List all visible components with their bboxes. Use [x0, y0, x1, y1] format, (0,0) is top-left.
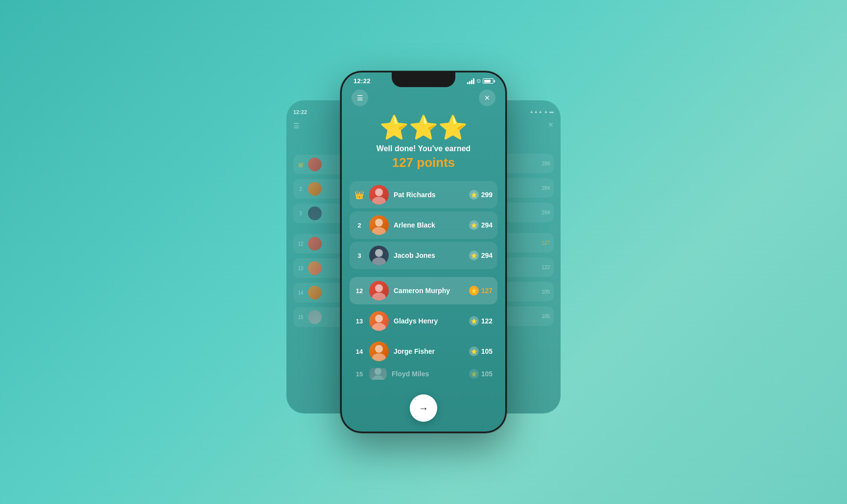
next-arrow-icon: →: [419, 403, 428, 414]
svg-point-12: [375, 368, 381, 375]
star-badge-15: ⭐: [469, 369, 479, 379]
svg-point-11: [372, 353, 386, 361]
rank-15: 15: [354, 370, 364, 378]
star-badge-3: ⭐: [469, 251, 479, 260]
score-num-1: 299: [481, 191, 493, 199]
score-2: ⭐ 294: [469, 220, 493, 230]
star-badge-14: ⭐: [469, 346, 479, 356]
well-done-label: Well done! You've earned: [342, 144, 505, 153]
player-name-14: Jorge Fisher: [394, 347, 464, 355]
close-icon: ✕: [484, 94, 490, 102]
leaderboard-item-14: 14 Jorge Fisher ⭐ 105: [350, 338, 497, 365]
avatar-floyd: [369, 368, 387, 380]
score-num-2: 294: [481, 221, 493, 229]
star-badge-13: ⭐: [469, 316, 479, 326]
score-num-3: 294: [481, 252, 493, 259]
avatar-pat: [369, 185, 389, 205]
score-13: ⭐ 122: [469, 316, 493, 326]
battery-icon: [483, 78, 494, 84]
leaderboard-divider: [350, 272, 497, 277]
player-name-12: Cameron Murphy: [394, 287, 464, 295]
svg-point-5: [372, 257, 386, 265]
player-name-15: Floyd Miles: [392, 370, 464, 378]
score-1: ⭐ 299: [469, 190, 493, 200]
svg-point-3: [372, 227, 386, 235]
score-12: ⭐ 127: [469, 286, 493, 296]
score-num-12: 127: [481, 287, 493, 295]
rank-2: 2: [354, 222, 364, 229]
rank-13: 13: [354, 318, 364, 325]
status-icons: ⊙: [467, 78, 494, 84]
player-name-2: Arlene Black: [394, 221, 464, 229]
rank-14: 14: [354, 348, 364, 355]
menu-icon: ☰: [357, 94, 363, 102]
leaderboard-item-15: 15 Floyd Miles ⭐ 105: [350, 368, 497, 380]
svg-point-6: [375, 284, 383, 292]
close-button[interactable]: ✕: [479, 90, 495, 106]
svg-point-13: [372, 375, 384, 380]
svg-point-1: [372, 197, 386, 205]
star-badge-12: ⭐: [469, 286, 479, 296]
crown-icon: 👑: [354, 190, 364, 200]
svg-point-0: [375, 188, 383, 196]
leaderboard-item-1: 👑 Pat Richards ⭐ 299: [350, 181, 497, 208]
next-button-container: →: [342, 387, 505, 432]
svg-point-8: [375, 315, 383, 322]
wifi-icon: ⊙: [476, 78, 481, 84]
app-header: ☰ ✕: [342, 88, 505, 111]
player-name-1: Pat Richards: [394, 191, 464, 199]
next-button[interactable]: →: [410, 394, 437, 422]
svg-point-9: [372, 323, 386, 331]
signal-bars-icon: [467, 78, 474, 84]
svg-point-2: [375, 219, 383, 227]
phone-notch: [392, 72, 455, 87]
svg-point-7: [372, 293, 386, 300]
avatar-jorge: [369, 342, 389, 361]
avatar-gladys: [369, 311, 389, 331]
rank-3: 3: [354, 252, 364, 259]
avatar-cameron: [369, 281, 389, 300]
back-left-time: 12:22: [293, 109, 307, 115]
star-badge-2: ⭐: [469, 220, 479, 230]
player-name-3: Jacob Jones: [394, 252, 464, 259]
rank-12: 12: [354, 287, 364, 295]
points-label: 127 points: [342, 155, 505, 170]
stars-icon: ⭐⭐⭐: [342, 116, 505, 139]
svg-point-10: [375, 345, 383, 353]
leaderboard-item-13: 13 Gladys Henry ⭐ 122: [350, 307, 497, 335]
leaderboard-item-3: 3 Jacob Jones ⭐ 294: [350, 242, 497, 269]
leaderboard-item-2: 2 Arlene Black ⭐ 294: [350, 211, 497, 239]
status-time: 12:22: [353, 77, 371, 85]
score-15: ⭐ 105: [469, 369, 493, 379]
score-num-13: 122: [481, 317, 493, 325]
score-3: ⭐ 294: [469, 251, 493, 260]
avatar-arlene: [369, 215, 389, 235]
avatar-jacob: [369, 246, 389, 265]
back-right-icons: ▲▲▲ ▲ ▬: [529, 109, 554, 114]
player-name-13: Gladys Henry: [394, 317, 464, 325]
main-phone: 12:22 ⊙ ☰: [340, 71, 507, 433]
score-num-14: 105: [481, 347, 493, 355]
score-14: ⭐ 105: [469, 346, 493, 356]
score-num-15: 105: [481, 370, 493, 378]
star-badge-1: ⭐: [469, 190, 479, 200]
svg-point-4: [375, 249, 383, 257]
reward-section: ⭐⭐⭐ Well done! You've earned 127 points: [342, 111, 505, 177]
menu-button[interactable]: ☰: [352, 90, 368, 106]
leaderboard: 👑 Pat Richards ⭐ 299 2 Ar: [342, 177, 505, 387]
leaderboard-item-12: 12 Cameron Murphy ⭐ 127: [350, 277, 497, 304]
